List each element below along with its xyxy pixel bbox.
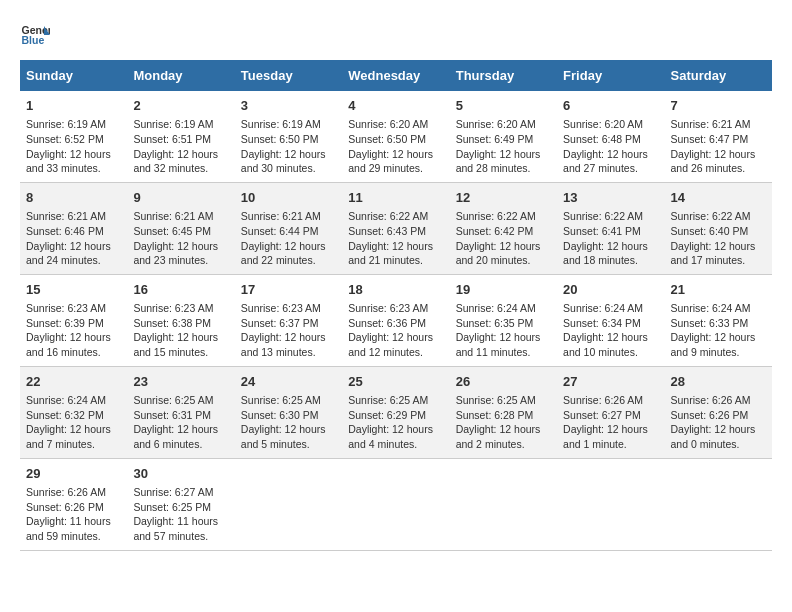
- day-number: 17: [241, 281, 336, 299]
- day-number: 7: [671, 97, 766, 115]
- sunset-text: Sunset: 6:30 PM: [241, 408, 336, 423]
- calendar-cell: 10Sunrise: 6:21 AMSunset: 6:44 PMDayligh…: [235, 182, 342, 274]
- sunrise-text: Sunrise: 6:21 AM: [26, 209, 121, 224]
- header-cell-friday: Friday: [557, 60, 664, 91]
- sunrise-text: Sunrise: 6:22 AM: [348, 209, 443, 224]
- calendar-cell: 23Sunrise: 6:25 AMSunset: 6:31 PMDayligh…: [127, 366, 234, 458]
- sunrise-text: Sunrise: 6:20 AM: [348, 117, 443, 132]
- calendar-cell: 3Sunrise: 6:19 AMSunset: 6:50 PMDaylight…: [235, 91, 342, 182]
- sunset-text: Sunset: 6:41 PM: [563, 224, 658, 239]
- calendar-cell: 4Sunrise: 6:20 AMSunset: 6:50 PMDaylight…: [342, 91, 449, 182]
- sunset-text: Sunset: 6:26 PM: [671, 408, 766, 423]
- calendar-cell: 12Sunrise: 6:22 AMSunset: 6:42 PMDayligh…: [450, 182, 557, 274]
- header-cell-thursday: Thursday: [450, 60, 557, 91]
- daylight-text: Daylight: 12 hours and 13 minutes.: [241, 330, 336, 359]
- sunrise-text: Sunrise: 6:23 AM: [133, 301, 228, 316]
- daylight-text: Daylight: 12 hours and 12 minutes.: [348, 330, 443, 359]
- calendar-cell: 2Sunrise: 6:19 AMSunset: 6:51 PMDaylight…: [127, 91, 234, 182]
- sunset-text: Sunset: 6:52 PM: [26, 132, 121, 147]
- calendar-cell: 25Sunrise: 6:25 AMSunset: 6:29 PMDayligh…: [342, 366, 449, 458]
- day-number: 28: [671, 373, 766, 391]
- sunrise-text: Sunrise: 6:20 AM: [456, 117, 551, 132]
- day-number: 19: [456, 281, 551, 299]
- daylight-text: Daylight: 12 hours and 26 minutes.: [671, 147, 766, 176]
- day-number: 13: [563, 189, 658, 207]
- day-number: 22: [26, 373, 121, 391]
- calendar-cell: 22Sunrise: 6:24 AMSunset: 6:32 PMDayligh…: [20, 366, 127, 458]
- sunrise-text: Sunrise: 6:26 AM: [671, 393, 766, 408]
- calendar-cell: [450, 458, 557, 550]
- daylight-text: Daylight: 11 hours and 59 minutes.: [26, 514, 121, 543]
- sunrise-text: Sunrise: 6:19 AM: [133, 117, 228, 132]
- calendar-cell: [235, 458, 342, 550]
- daylight-text: Daylight: 12 hours and 5 minutes.: [241, 422, 336, 451]
- day-number: 12: [456, 189, 551, 207]
- daylight-text: Daylight: 12 hours and 23 minutes.: [133, 239, 228, 268]
- daylight-text: Daylight: 12 hours and 11 minutes.: [456, 330, 551, 359]
- sunrise-text: Sunrise: 6:22 AM: [456, 209, 551, 224]
- day-number: 14: [671, 189, 766, 207]
- day-number: 15: [26, 281, 121, 299]
- sunrise-text: Sunrise: 6:26 AM: [26, 485, 121, 500]
- calendar-cell: 30Sunrise: 6:27 AMSunset: 6:25 PMDayligh…: [127, 458, 234, 550]
- day-number: 2: [133, 97, 228, 115]
- calendar-row-4: 22Sunrise: 6:24 AMSunset: 6:32 PMDayligh…: [20, 366, 772, 458]
- daylight-text: Daylight: 12 hours and 0 minutes.: [671, 422, 766, 451]
- daylight-text: Daylight: 12 hours and 17 minutes.: [671, 239, 766, 268]
- daylight-text: Daylight: 11 hours and 57 minutes.: [133, 514, 228, 543]
- calendar-row-3: 15Sunrise: 6:23 AMSunset: 6:39 PMDayligh…: [20, 274, 772, 366]
- sunrise-text: Sunrise: 6:24 AM: [456, 301, 551, 316]
- header-cell-tuesday: Tuesday: [235, 60, 342, 91]
- sunset-text: Sunset: 6:38 PM: [133, 316, 228, 331]
- calendar-cell: 11Sunrise: 6:22 AMSunset: 6:43 PMDayligh…: [342, 182, 449, 274]
- day-number: 6: [563, 97, 658, 115]
- calendar-cell: [342, 458, 449, 550]
- day-number: 26: [456, 373, 551, 391]
- sunset-text: Sunset: 6:49 PM: [456, 132, 551, 147]
- daylight-text: Daylight: 12 hours and 21 minutes.: [348, 239, 443, 268]
- day-number: 27: [563, 373, 658, 391]
- calendar-cell: 9Sunrise: 6:21 AMSunset: 6:45 PMDaylight…: [127, 182, 234, 274]
- day-number: 30: [133, 465, 228, 483]
- sunset-text: Sunset: 6:36 PM: [348, 316, 443, 331]
- sunrise-text: Sunrise: 6:21 AM: [671, 117, 766, 132]
- calendar-cell: [665, 458, 772, 550]
- logo: General Blue: [20, 20, 50, 50]
- calendar-cell: 26Sunrise: 6:25 AMSunset: 6:28 PMDayligh…: [450, 366, 557, 458]
- daylight-text: Daylight: 12 hours and 6 minutes.: [133, 422, 228, 451]
- calendar-cell: 6Sunrise: 6:20 AMSunset: 6:48 PMDaylight…: [557, 91, 664, 182]
- sunset-text: Sunset: 6:44 PM: [241, 224, 336, 239]
- daylight-text: Daylight: 12 hours and 2 minutes.: [456, 422, 551, 451]
- calendar-cell: [557, 458, 664, 550]
- day-number: 25: [348, 373, 443, 391]
- sunrise-text: Sunrise: 6:27 AM: [133, 485, 228, 500]
- daylight-text: Daylight: 12 hours and 1 minute.: [563, 422, 658, 451]
- sunrise-text: Sunrise: 6:24 AM: [563, 301, 658, 316]
- header-cell-monday: Monday: [127, 60, 234, 91]
- sunset-text: Sunset: 6:50 PM: [348, 132, 443, 147]
- svg-text:Blue: Blue: [22, 34, 45, 46]
- sunset-text: Sunset: 6:29 PM: [348, 408, 443, 423]
- header-cell-saturday: Saturday: [665, 60, 772, 91]
- sunrise-text: Sunrise: 6:25 AM: [456, 393, 551, 408]
- sunrise-text: Sunrise: 6:22 AM: [671, 209, 766, 224]
- sunset-text: Sunset: 6:27 PM: [563, 408, 658, 423]
- sunrise-text: Sunrise: 6:23 AM: [26, 301, 121, 316]
- daylight-text: Daylight: 12 hours and 27 minutes.: [563, 147, 658, 176]
- day-number: 23: [133, 373, 228, 391]
- day-number: 24: [241, 373, 336, 391]
- sunrise-text: Sunrise: 6:24 AM: [671, 301, 766, 316]
- calendar-cell: 28Sunrise: 6:26 AMSunset: 6:26 PMDayligh…: [665, 366, 772, 458]
- calendar-cell: 14Sunrise: 6:22 AMSunset: 6:40 PMDayligh…: [665, 182, 772, 274]
- daylight-text: Daylight: 12 hours and 10 minutes.: [563, 330, 658, 359]
- sunset-text: Sunset: 6:45 PM: [133, 224, 228, 239]
- header-row: SundayMondayTuesdayWednesdayThursdayFrid…: [20, 60, 772, 91]
- calendar-row-1: 1Sunrise: 6:19 AMSunset: 6:52 PMDaylight…: [20, 91, 772, 182]
- calendar-cell: 20Sunrise: 6:24 AMSunset: 6:34 PMDayligh…: [557, 274, 664, 366]
- sunrise-text: Sunrise: 6:19 AM: [26, 117, 121, 132]
- sunrise-text: Sunrise: 6:26 AM: [563, 393, 658, 408]
- sunrise-text: Sunrise: 6:21 AM: [241, 209, 336, 224]
- sunrise-text: Sunrise: 6:20 AM: [563, 117, 658, 132]
- sunrise-text: Sunrise: 6:23 AM: [348, 301, 443, 316]
- day-number: 29: [26, 465, 121, 483]
